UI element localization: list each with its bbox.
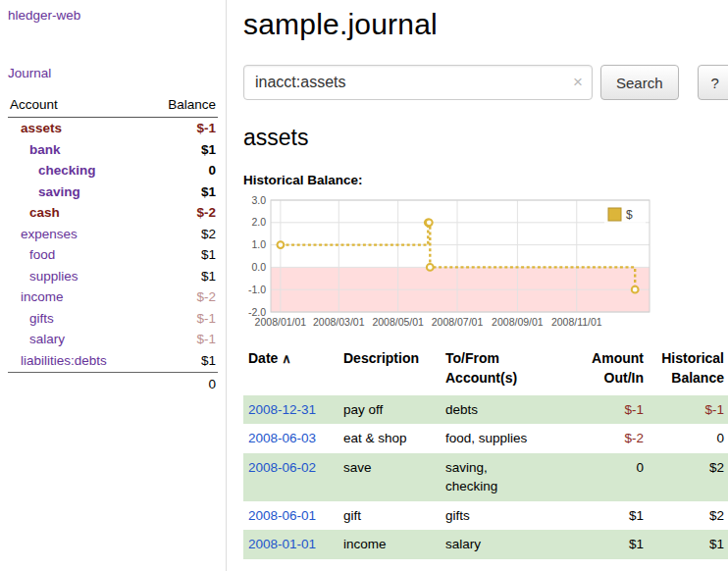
app-title-link[interactable]: hledger-web <box>8 8 80 23</box>
register-header-balance: Historical Balance <box>649 346 728 395</box>
account-link[interactable]: assets <box>21 121 62 135</box>
account-link[interactable]: supplies <box>29 269 78 284</box>
account-link[interactable]: gifts <box>29 311 54 326</box>
account-row: expenses$2 <box>8 224 218 245</box>
accounts-header-account: Account <box>8 95 146 118</box>
register-date-link[interactable]: 2008-01-01 <box>248 537 316 551</box>
account-row: gifts$-1 <box>8 308 218 330</box>
register-description: pay off <box>338 395 441 425</box>
account-link[interactable]: expenses <box>21 227 78 241</box>
register-balance: $1 <box>649 530 728 559</box>
register-header-amount: Amount Out/In <box>574 346 649 395</box>
register-header-account: To/From Account(s) <box>441 346 574 395</box>
register-accounts: debts <box>441 395 574 425</box>
balance-chart-svg: 3.02.01.00.0-1.0-2.02008/01/012008/03/01… <box>243 195 653 335</box>
register-balance: $2 <box>649 501 728 531</box>
account-row: supplies$1 <box>8 266 218 287</box>
accounts-table: Account Balance assets$-1bank$1checking0… <box>8 95 218 394</box>
sort-by-date-link[interactable]: Date ∧ <box>248 350 291 366</box>
svg-text:2008/09/01: 2008/09/01 <box>492 316 544 328</box>
account-balance: $2 <box>146 224 218 245</box>
register-amount: $-2 <box>574 424 649 453</box>
account-row: salary$-1 <box>8 329 218 350</box>
svg-text:2008/11/01: 2008/11/01 <box>551 316 602 328</box>
svg-text:-1.0: -1.0 <box>248 284 266 295</box>
account-row: assets$-1 <box>8 118 218 139</box>
account-link[interactable]: checking <box>38 163 96 178</box>
account-row: cash$-2 <box>8 202 218 224</box>
register-date-link[interactable]: 2008-06-01 <box>248 508 316 523</box>
svg-text:2008/07/01: 2008/07/01 <box>432 316 484 328</box>
svg-text:1.0: 1.0 <box>251 238 266 250</box>
register-row: 2008-06-02savesaving, checking0$2 <box>243 453 728 501</box>
account-row: saving$1 <box>8 182 218 203</box>
account-balance: $1 <box>146 350 218 372</box>
sort-asc-icon: ∧ <box>282 351 291 366</box>
svg-text:2.0: 2.0 <box>251 216 266 228</box>
account-balance: $-2 <box>146 202 218 224</box>
account-balance: $-2 <box>146 286 218 308</box>
help-button[interactable]: ? <box>698 65 728 100</box>
account-link[interactable]: bank <box>29 142 61 157</box>
register-date-link[interactable]: 2008-06-02 <box>248 460 316 475</box>
clear-search-icon[interactable]: × <box>573 74 583 90</box>
account-balance: $1 <box>146 266 218 287</box>
register-amount: $1 <box>574 501 649 531</box>
account-link[interactable]: saving <box>38 184 80 199</box>
register-balance: $-1 <box>649 395 728 425</box>
search-input[interactable] <box>243 65 593 100</box>
register-date-link[interactable]: 2008-12-31 <box>248 402 316 417</box>
register-row: 2008-06-01giftgifts$1$2 <box>243 501 728 531</box>
account-link[interactable]: income <box>21 289 64 304</box>
register-amount: $-1 <box>574 395 649 425</box>
account-row: liabilities:debts$1 <box>8 350 218 372</box>
register-accounts: saving, checking <box>441 453 574 501</box>
accounts-body: assets$-1bank$1checking0saving$1cash$-2e… <box>8 118 218 373</box>
svg-text:3.0: 3.0 <box>251 195 266 206</box>
accounts-header-balance: Balance <box>146 95 218 118</box>
register-accounts: gifts <box>441 501 574 531</box>
chart-title: Historical Balance: <box>243 173 728 187</box>
svg-text:2008/05/01: 2008/05/01 <box>372 316 424 328</box>
register-accounts: food, supplies <box>441 424 574 453</box>
register-accounts: salary <box>441 530 574 559</box>
account-row: bank$1 <box>8 139 218 161</box>
svg-text:2008/01/01: 2008/01/01 <box>255 316 307 328</box>
register-date-link[interactable]: 2008-06-03 <box>248 431 316 445</box>
register-header-date: Date ∧ <box>243 346 338 395</box>
register-amount: 0 <box>574 453 649 501</box>
account-balance: $1 <box>146 139 218 161</box>
svg-text:2008/03/01: 2008/03/01 <box>313 316 365 328</box>
account-balance: $1 <box>146 182 218 203</box>
legend-label: $ <box>626 208 633 222</box>
register-description: income <box>338 530 441 559</box>
register-row: 2008-06-03eat & shopfood, supplies$-20 <box>243 424 728 453</box>
account-link[interactable]: food <box>29 247 55 262</box>
account-row: checking0 <box>8 160 218 182</box>
app-window: hledger-web Journal Account Balance asse… <box>0 0 728 571</box>
register-header-row: Date ∧ Description To/From Account(s) Am… <box>243 346 728 395</box>
account-row: food$1 <box>8 244 218 266</box>
account-link[interactable]: liabilities:debts <box>21 353 107 368</box>
legend-swatch <box>608 208 621 221</box>
balance-chart: 3.02.01.00.0-1.0-2.02008/01/012008/03/01… <box>243 195 728 335</box>
register-amount: $1 <box>574 530 649 559</box>
register-description: save <box>338 453 441 501</box>
accounts-total-row: 0 <box>8 372 218 394</box>
sidebar: hledger-web Journal Account Balance asse… <box>0 0 227 571</box>
nav-journal-link[interactable]: Journal <box>8 66 51 80</box>
account-row: income$-2 <box>8 286 218 308</box>
register-table: Date ∧ Description To/From Account(s) Am… <box>243 346 728 559</box>
register-balance: $2 <box>649 453 728 501</box>
account-link[interactable]: salary <box>29 332 65 346</box>
search-button[interactable]: Search <box>600 65 679 100</box>
accounts-total: 0 <box>146 372 218 394</box>
register-header-description: Description <box>338 346 441 395</box>
page-title: sample.journal <box>243 8 728 41</box>
account-balance: $-1 <box>146 329 218 350</box>
account-balance: 0 <box>146 160 218 182</box>
account-heading: assets <box>243 125 728 151</box>
account-link[interactable]: cash <box>29 205 60 220</box>
account-balance: $-1 <box>146 118 218 139</box>
register-description: gift <box>338 501 441 531</box>
